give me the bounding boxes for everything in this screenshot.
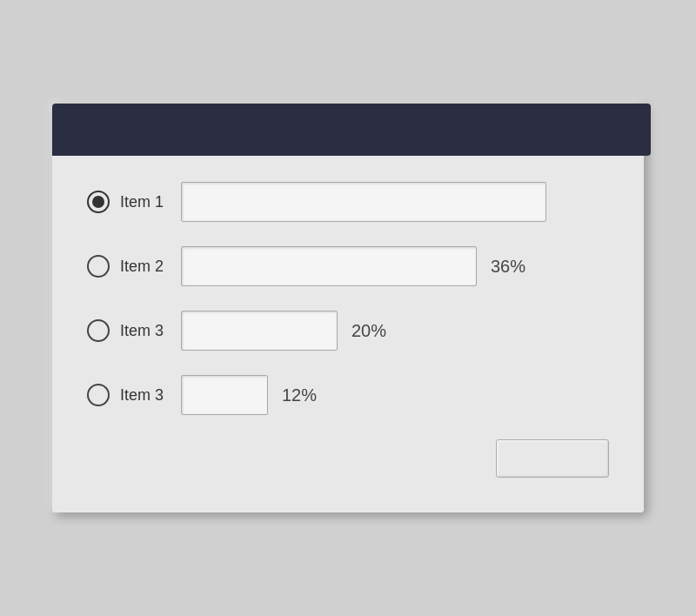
widget-header	[52, 104, 644, 156]
item4-label: Item 3	[120, 386, 181, 405]
item-row-3: Item 3 20%	[87, 311, 609, 351]
item-row-2: Item 2 36%	[87, 246, 609, 286]
radio-item4[interactable]	[87, 384, 110, 406]
item1-label: Item 1	[120, 193, 181, 211]
bar-item2	[181, 246, 477, 286]
radio-item3[interactable]	[87, 319, 110, 342]
item2-label: Item 2	[120, 258, 181, 276]
item4-percentage: 12%	[282, 385, 325, 405]
item2-percentage: 36%	[491, 257, 534, 277]
action-button[interactable]	[496, 439, 609, 478]
radio-item1[interactable]	[87, 191, 110, 213]
bar-item3	[181, 311, 338, 351]
widget-body: Item 1 Item 2 36% Item 3 20% Item 3 12%	[52, 156, 644, 512]
item-row-4: Item 3 12%	[87, 375, 609, 415]
footer-row	[87, 439, 609, 478]
item3-label: Item 3	[120, 322, 181, 340]
item3-percentage: 20%	[351, 321, 395, 341]
widget-container: Item 1 Item 2 36% Item 3 20% Item 3 12%	[52, 104, 644, 512]
bar-item1	[181, 182, 546, 222]
bar-item4	[181, 375, 268, 415]
radio-item2[interactable]	[87, 255, 110, 278]
item-row-1: Item 1	[87, 182, 609, 222]
